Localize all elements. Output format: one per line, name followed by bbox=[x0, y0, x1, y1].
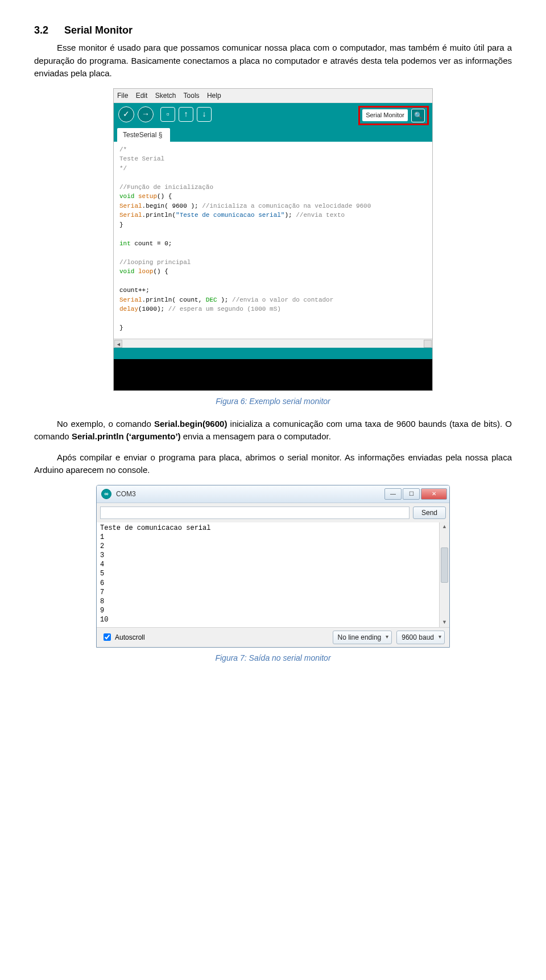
code-line: } bbox=[119, 221, 123, 228]
figure7-caption: Figura 7: Saída no serial monitor bbox=[34, 652, 512, 664]
open-button[interactable]: ↑ bbox=[179, 107, 193, 122]
ide-console bbox=[114, 359, 432, 390]
autoscroll-checkbox[interactable] bbox=[104, 633, 111, 641]
code-const: DEC bbox=[206, 297, 217, 303]
send-button[interactable]: Send bbox=[413, 507, 446, 519]
code-obj: Serial bbox=[119, 212, 142, 219]
close-icon: ✕ bbox=[432, 489, 436, 498]
serial-input[interactable] bbox=[100, 507, 410, 519]
serial-bottom-bar: Autoscroll No line ending 9600 baud bbox=[97, 627, 449, 647]
ide-status-bar bbox=[114, 348, 432, 359]
serial-monitor-highlight: Serial Monitor 🔍 bbox=[358, 106, 429, 125]
infinity-icon: ∞ bbox=[104, 489, 108, 498]
code-sym: () { bbox=[157, 193, 172, 200]
p2-bold-2: Serial.println (‘argumento’) bbox=[72, 431, 181, 441]
menu-file[interactable]: File bbox=[117, 92, 128, 100]
new-icon: ▫ bbox=[167, 108, 169, 120]
editor-tab-row: TesteSerial § bbox=[114, 126, 432, 142]
serial-window-title: COM3 bbox=[116, 489, 384, 499]
serial-monitor-window: ∞ COM3 — ☐ ✕ Send Teste de comunicacao s… bbox=[96, 485, 450, 648]
code-call: .println( count, bbox=[142, 297, 206, 303]
scroll-right-icon: ► bbox=[425, 341, 430, 349]
para-2: No exemplo, o comando Serial.begin(9600)… bbox=[34, 418, 512, 443]
app-icon: ∞ bbox=[101, 489, 111, 499]
serial-vertical-scrollbar[interactable]: ▲ ▼ bbox=[439, 522, 449, 627]
code-var: count = 0; bbox=[131, 240, 172, 247]
autoscroll-checkbox-label[interactable]: Autoscroll bbox=[101, 632, 328, 643]
code-call: .begin( 9600 ); bbox=[142, 203, 198, 209]
minimize-icon: — bbox=[390, 489, 396, 498]
scroll-up-icon: ▲ bbox=[440, 522, 449, 532]
line-ending-dropdown[interactable]: No line ending bbox=[333, 631, 392, 644]
code-line: Teste Serial bbox=[119, 155, 164, 162]
editor-tab[interactable]: TesteSerial § bbox=[117, 128, 170, 142]
ide-menubar: File Edit Sketch Tools Help bbox=[114, 89, 432, 103]
window-controls: — ☐ ✕ bbox=[384, 488, 447, 500]
magnifier-icon: 🔍 bbox=[414, 110, 423, 121]
p2-bold-1: Serial.begin(9600) bbox=[154, 419, 227, 429]
p2-text: envia a mensagem para o computador. bbox=[181, 431, 331, 441]
code-fn: loop bbox=[134, 268, 153, 275]
serial-output-container: Teste de comunicacao serial 1 2 3 4 5 6 … bbox=[97, 522, 449, 627]
code-sym: ); bbox=[284, 212, 292, 219]
menu-help[interactable]: Help bbox=[207, 92, 221, 100]
code-kw: int bbox=[119, 240, 131, 247]
serial-monitor-button[interactable]: 🔍 bbox=[411, 109, 425, 122]
code-comment: // espera um segundo (1000 mS) bbox=[164, 306, 281, 312]
editor-horizontal-scrollbar[interactable]: ◄ ► bbox=[114, 339, 432, 348]
verify-button[interactable]: ✓ bbox=[118, 106, 134, 122]
para-1: Esse monitor é usado para que possamos c… bbox=[34, 42, 512, 80]
figure6-caption: Figura 6: Exemplo serial monitor bbox=[34, 396, 512, 407]
minimize-button[interactable]: — bbox=[384, 488, 402, 500]
code-sym: () { bbox=[153, 268, 168, 275]
code-call: (1000); bbox=[138, 306, 164, 312]
check-icon: ✓ bbox=[123, 108, 130, 120]
maximize-button[interactable]: ☐ bbox=[403, 488, 420, 500]
code-fn: delay bbox=[119, 306, 138, 312]
maximize-icon: ☐ bbox=[409, 489, 414, 498]
code-fn: setup bbox=[134, 193, 157, 200]
upload-button[interactable]: → bbox=[138, 106, 154, 122]
menu-edit[interactable]: Edit bbox=[136, 92, 148, 100]
ide-toolbar: ✓ → ▫ ↑ ↓ Serial Monitor 🔍 bbox=[114, 103, 432, 126]
serial-output: Teste de comunicacao serial 1 2 3 4 5 6 … bbox=[97, 522, 439, 627]
code-line: */ bbox=[119, 165, 127, 172]
code-kw: void bbox=[119, 268, 134, 275]
code-kw: void bbox=[119, 193, 134, 200]
code-line: /* bbox=[119, 146, 127, 153]
code-line: count++; bbox=[119, 287, 150, 294]
section-heading: 3.2Serial Monitor bbox=[34, 23, 512, 38]
code-line: //Função de inicialização bbox=[119, 184, 213, 191]
p2-text: No exemplo, o comando bbox=[57, 419, 154, 429]
serial-monitor-tooltip: Serial Monitor bbox=[362, 109, 408, 121]
code-str: "Teste de comunicacao serial" bbox=[176, 212, 284, 219]
para-3: Após compilar e enviar o programa para p… bbox=[34, 451, 512, 477]
code-comment: //inicializa a comunicação na velocidade… bbox=[198, 203, 371, 209]
close-button[interactable]: ✕ bbox=[421, 488, 447, 500]
section-number: 3.2 bbox=[34, 24, 48, 36]
code-comment: //envia o valor do contador bbox=[228, 297, 333, 303]
code-editor[interactable]: /* Teste Serial */ //Função de inicializ… bbox=[114, 142, 432, 339]
autoscroll-label: Autoscroll bbox=[115, 632, 145, 643]
serial-send-row: Send bbox=[97, 503, 449, 522]
arrow-down-icon: ↓ bbox=[202, 108, 206, 120]
menu-sketch[interactable]: Sketch bbox=[155, 92, 176, 100]
menu-tools[interactable]: Tools bbox=[184, 92, 200, 100]
arrow-up-icon: ↑ bbox=[184, 108, 188, 120]
code-obj: Serial bbox=[119, 203, 142, 209]
code-obj: Serial bbox=[119, 297, 142, 303]
code-line: } bbox=[119, 324, 123, 331]
arrow-right-icon: → bbox=[142, 108, 150, 120]
new-sketch-button[interactable]: ▫ bbox=[160, 107, 175, 122]
scrollbar-thumb[interactable] bbox=[441, 547, 448, 583]
code-sym: ); bbox=[217, 297, 229, 303]
save-button[interactable]: ↓ bbox=[197, 107, 212, 122]
arduino-ide-window: File Edit Sketch Tools Help ✓ → ▫ ↑ ↓ Se… bbox=[113, 88, 433, 391]
scroll-down-icon: ▼ bbox=[440, 618, 449, 627]
baud-dropdown[interactable]: 9600 baud bbox=[396, 631, 445, 644]
code-comment: //envia texto bbox=[292, 212, 345, 219]
serial-titlebar: ∞ COM3 — ☐ ✕ bbox=[97, 485, 449, 503]
code-comment: //looping principal bbox=[119, 259, 191, 266]
scroll-left-icon: ◄ bbox=[116, 341, 121, 349]
code-call: .println( bbox=[142, 212, 176, 219]
